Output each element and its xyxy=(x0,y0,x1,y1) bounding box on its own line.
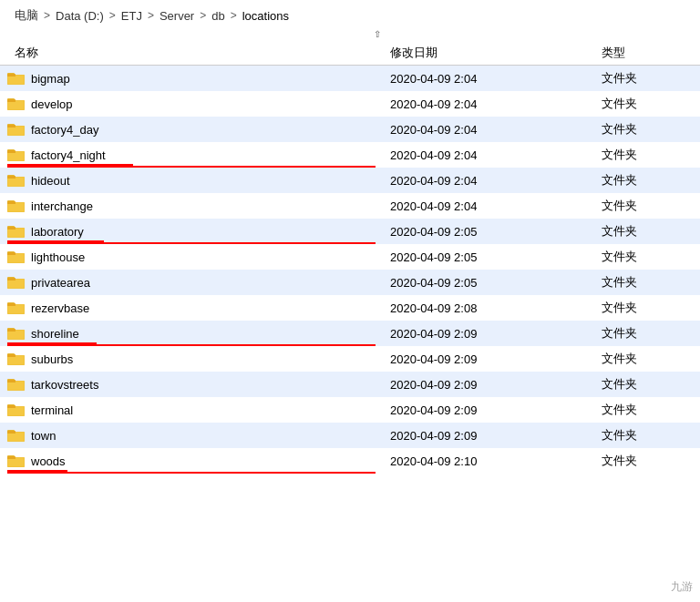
table-row[interactable]: bigmap2020-04-09 2:04文件夹 xyxy=(0,66,700,92)
breadcrumb-item-server[interactable]: Server xyxy=(160,9,194,23)
column-header-name[interactable]: 名称 xyxy=(0,41,383,66)
file-name: lighthouse xyxy=(31,250,85,264)
table-row[interactable]: hideout2020-04-09 2:04文件夹 xyxy=(0,168,700,193)
file-name: develop xyxy=(31,97,73,111)
svg-rect-68 xyxy=(8,407,24,415)
svg-rect-79 xyxy=(7,456,15,459)
file-type: 文件夹 xyxy=(594,397,700,423)
breadcrumb-item-computer[interactable]: 电脑 xyxy=(15,7,38,24)
file-date: 2020-04-09 2:04 xyxy=(383,91,594,117)
file-name: shoreline xyxy=(31,327,79,341)
svg-rect-28 xyxy=(8,203,24,211)
svg-rect-38 xyxy=(8,254,24,262)
svg-rect-18 xyxy=(8,152,24,160)
file-date: 2020-04-09 2:05 xyxy=(383,270,594,295)
file-type: 文件夹 xyxy=(594,346,700,372)
svg-rect-58 xyxy=(8,356,24,364)
file-type: 文件夹 xyxy=(594,295,700,321)
svg-rect-53 xyxy=(8,331,24,339)
folder-icon xyxy=(7,122,26,137)
table-row[interactable]: privatearea2020-04-09 2:05文件夹 xyxy=(0,270,700,295)
file-name: factory4_day xyxy=(31,123,98,137)
table-row[interactable]: interchange2020-04-09 2:04文件夹 xyxy=(0,193,700,219)
table-row[interactable]: factory4_day2020-04-09 2:04文件夹 xyxy=(0,117,700,142)
breadcrumb-item-db[interactable]: db xyxy=(211,9,224,23)
file-type: 文件夹 xyxy=(594,321,700,346)
file-type: 文件夹 xyxy=(594,168,700,193)
file-date: 2020-04-09 2:05 xyxy=(383,244,594,270)
breadcrumb-separator: > xyxy=(200,9,206,22)
file-date: 2020-04-09 2:04 xyxy=(383,168,594,193)
table-row[interactable]: suburbs2020-04-09 2:09文件夹 xyxy=(0,346,700,372)
svg-rect-8 xyxy=(8,101,24,109)
file-name: bigmap xyxy=(31,72,70,86)
folder-icon xyxy=(7,352,26,366)
file-date: 2020-04-09 2:09 xyxy=(383,397,594,423)
svg-rect-54 xyxy=(7,329,15,332)
svg-rect-64 xyxy=(7,380,15,383)
svg-rect-14 xyxy=(7,125,15,128)
table-row[interactable]: tarkovstreets2020-04-09 2:09文件夹 xyxy=(0,372,700,397)
svg-rect-48 xyxy=(8,305,24,313)
svg-rect-78 xyxy=(8,458,24,466)
file-date: 2020-04-09 2:05 xyxy=(383,219,594,244)
file-date: 2020-04-09 2:04 xyxy=(383,142,594,168)
file-type: 文件夹 xyxy=(594,448,700,474)
table-row[interactable]: rezervbase2020-04-09 2:08文件夹 xyxy=(0,295,700,321)
file-type: 文件夹 xyxy=(594,142,700,168)
file-type: 文件夹 xyxy=(594,244,700,270)
svg-rect-33 xyxy=(8,229,24,237)
folder-icon xyxy=(7,224,26,239)
table-row[interactable]: lighthouse2020-04-09 2:05文件夹 xyxy=(0,244,700,270)
file-date: 2020-04-09 2:04 xyxy=(383,117,594,142)
column-header-type[interactable]: 类型 xyxy=(594,41,700,66)
file-type: 文件夹 xyxy=(594,91,700,117)
file-date: 2020-04-09 2:04 xyxy=(383,66,594,92)
svg-rect-24 xyxy=(7,176,15,179)
folder-icon xyxy=(7,71,26,86)
svg-rect-29 xyxy=(7,201,15,204)
folder-icon xyxy=(7,199,26,213)
table-row[interactable]: laboratory2020-04-09 2:05文件夹 xyxy=(0,219,700,244)
svg-rect-19 xyxy=(7,150,15,153)
file-name: suburbs xyxy=(31,352,73,366)
table-row[interactable]: terminal2020-04-09 2:09文件夹 xyxy=(0,397,700,423)
table-row[interactable]: shoreline2020-04-09 2:09文件夹 xyxy=(0,321,700,346)
folder-icon xyxy=(7,301,26,315)
svg-rect-59 xyxy=(7,354,15,357)
svg-rect-69 xyxy=(7,405,15,408)
svg-rect-73 xyxy=(8,433,24,441)
svg-rect-23 xyxy=(8,178,24,186)
sort-arrow[interactable]: ⇧ xyxy=(0,27,700,41)
file-date: 2020-04-09 2:09 xyxy=(383,423,594,448)
file-name: town xyxy=(31,429,56,443)
svg-rect-3 xyxy=(8,76,24,84)
folder-icon xyxy=(7,173,26,188)
file-type: 文件夹 xyxy=(594,219,700,244)
breadcrumb-item-locations[interactable]: locations xyxy=(242,9,289,23)
table-row[interactable]: town2020-04-09 2:09文件夹 xyxy=(0,423,700,448)
breadcrumb-separator: > xyxy=(109,9,116,22)
breadcrumb-separator: > xyxy=(44,9,50,22)
file-name: terminal xyxy=(31,403,73,417)
table-row[interactable]: develop2020-04-09 2:04文件夹 xyxy=(0,91,700,117)
svg-rect-9 xyxy=(7,99,15,102)
svg-rect-34 xyxy=(7,227,15,230)
file-date: 2020-04-09 2:08 xyxy=(383,295,594,321)
breadcrumb-item-drive[interactable]: Data (D:) xyxy=(56,9,104,23)
file-table: 名称 修改日期 类型 bigmap2020-04-09 2:04文件夹 deve… xyxy=(0,41,700,474)
file-type: 文件夹 xyxy=(594,270,700,295)
file-type: 文件夹 xyxy=(594,423,700,448)
svg-rect-39 xyxy=(7,252,15,255)
file-name: rezervbase xyxy=(31,301,89,315)
file-name: woods xyxy=(31,454,66,468)
file-type: 文件夹 xyxy=(594,193,700,219)
folder-icon xyxy=(7,454,26,468)
breadcrumb-item-etj[interactable]: ETJ xyxy=(121,9,142,23)
file-type: 文件夹 xyxy=(594,117,700,142)
table-row[interactable]: woods2020-04-09 2:10文件夹 xyxy=(0,448,700,474)
column-header-date[interactable]: 修改日期 xyxy=(383,41,594,66)
table-row[interactable]: factory4_night2020-04-09 2:04文件夹 xyxy=(0,142,700,168)
file-name: interchange xyxy=(31,199,93,213)
svg-rect-13 xyxy=(8,127,24,135)
